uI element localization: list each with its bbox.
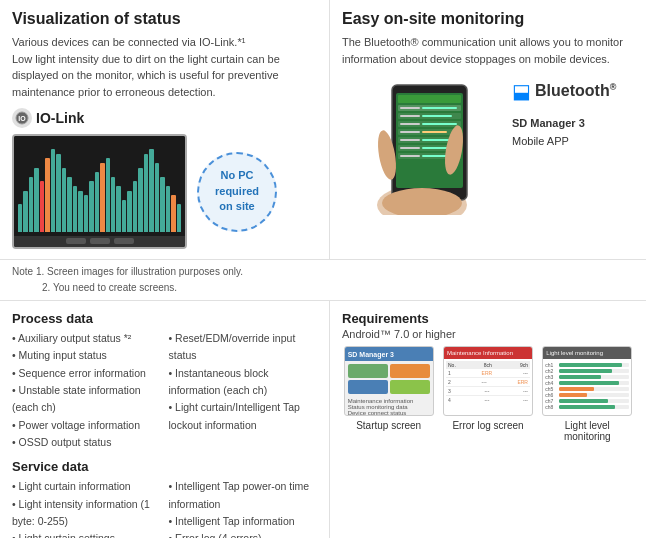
svg-text:IO: IO (18, 115, 26, 122)
light-body: ch1ch2ch3ch4ch5ch6ch7ch8 (543, 359, 631, 413)
error-row-1-8ch: ERR (482, 370, 493, 376)
error-header: Maintenance Information (444, 347, 532, 359)
light-bar-fill-1 (559, 369, 612, 373)
chart-bar-26 (160, 177, 164, 232)
chart-bar-18 (116, 186, 120, 232)
light-bar-bg-2 (559, 375, 629, 379)
light-bar-fill-5 (559, 393, 587, 397)
light-header: Light level monitoring (543, 347, 631, 359)
chart-bar-21 (133, 181, 137, 232)
startup-btn-1 (348, 364, 388, 378)
light-screen-label: Light level monitoring (541, 420, 634, 442)
proc-item-2: Muting input status (12, 347, 161, 364)
startup-screen-preview: SD Manager 3 Ma (342, 346, 435, 442)
svg-rect-8 (422, 107, 457, 109)
monitor-btn-3 (114, 238, 134, 244)
svc-item-6: Intelligent Tap information (169, 513, 318, 530)
chart-bar-14 (95, 172, 99, 232)
svc-item-3: Light curtain settings (12, 530, 161, 538)
error-col-1: No. (448, 362, 456, 368)
light-bar-bg-3 (559, 381, 629, 385)
svc-item-7: Error log (4 errors) (169, 530, 318, 538)
startup-btn-2 (390, 364, 430, 378)
left-desc: Various devices can be connected via IO-… (12, 34, 317, 100)
error-row-1-9ch: --- (523, 370, 528, 376)
chart-bar-17 (111, 177, 115, 232)
chart-bar-29 (177, 204, 181, 232)
light-bar-bg-5 (559, 393, 629, 397)
sd-manager-name: SD Manager 3 (512, 115, 616, 133)
chart-bar-12 (84, 195, 88, 232)
light-bar-fill-3 (559, 381, 619, 385)
chart-bar-20 (127, 191, 131, 232)
svg-rect-10 (400, 115, 420, 117)
svg-rect-22 (400, 147, 420, 149)
error-row-4-9ch: --- (523, 397, 528, 403)
monitor-bottom (14, 236, 185, 247)
bar-chart-area (14, 136, 185, 236)
error-log-screen-img: Maintenance Information No. 8ch 9ch 1 ER… (443, 346, 533, 416)
bluetooth-icon: ⬓ (512, 79, 531, 103)
svg-rect-7 (400, 107, 420, 109)
svg-rect-14 (422, 123, 457, 125)
chart-bar-10 (73, 186, 77, 232)
error-row-1: 1 ERR --- (446, 369, 530, 378)
startup-row-1 (348, 364, 430, 378)
error-screen-label: Error log screen (452, 420, 523, 431)
iolink-icon: IO (12, 108, 32, 128)
hand-tablet-image (342, 75, 502, 215)
svc-item-5: Intelligent Tap power-on time informatio… (169, 478, 318, 513)
svg-rect-13 (400, 123, 420, 125)
right-panel: Easy on-site monitoring The Bluetooth® c… (330, 0, 646, 259)
error-col-header: No. 8ch 9ch (446, 361, 530, 369)
chart-bar-7 (56, 154, 60, 232)
light-bar-row-7: ch8 (545, 404, 629, 410)
chart-bar-23 (144, 154, 148, 232)
note-line1: Note 1. Screen images for illustration p… (12, 264, 634, 280)
error-row-2: 2 --- ERR (446, 378, 530, 387)
error-log-screen-preview: Maintenance Information No. 8ch 9ch 1 ER… (441, 346, 534, 442)
proc-item-1: Auxiliary output status *² (12, 330, 161, 347)
svc-item-2: Light intensity information (1 byte: 0-2… (12, 496, 161, 531)
startup-info-text: Maintenance information Status monitorin… (348, 398, 430, 416)
error-row-4: 4 --- --- (446, 396, 530, 404)
light-level-screen-img: Light level monitoring ch1ch2ch3ch4ch5ch… (542, 346, 632, 416)
light-bar-bg-6 (559, 399, 629, 403)
light-header-text: Light level monitoring (546, 350, 603, 356)
note-section: Note 1. Screen images for illustration p… (0, 259, 646, 300)
error-row-2-8ch: --- (482, 379, 487, 385)
bluetooth-text: Bluetooth (535, 82, 610, 99)
chart-bar-22 (138, 168, 142, 232)
svc-item-1: Light curtain information (12, 478, 161, 495)
error-row-4-8ch: --- (484, 397, 489, 403)
req-title: Requirements (342, 311, 634, 326)
chart-bar-2 (29, 177, 33, 232)
light-bar-fill-6 (559, 399, 608, 403)
startup-header-text: SD Manager 3 (348, 351, 394, 358)
chart-bar-8 (62, 168, 66, 232)
error-row-3: 3 --- --- (446, 387, 530, 396)
process-panel: Process data Auxiliary output status *² … (0, 301, 330, 538)
bluetooth-label: Bluetooth® (535, 82, 616, 100)
svg-rect-5 (398, 95, 461, 103)
light-level-screen-preview: Light level monitoring ch1ch2ch3ch4ch5ch… (541, 346, 634, 442)
process-col2: Reset/EDM/override input status Instanta… (169, 330, 318, 451)
svg-rect-11 (422, 115, 452, 117)
light-bar-bg-4 (559, 387, 629, 391)
right-title: Easy on-site monitoring (342, 10, 634, 28)
chart-bar-24 (149, 149, 153, 232)
process-col1: Auxiliary output status *² Muting input … (12, 330, 161, 451)
iolink-logo: IO IO-Link (12, 108, 317, 128)
proc-item-6: OSSD output status (12, 434, 161, 451)
chart-bar-19 (122, 200, 126, 232)
error-col-2: 8ch (484, 362, 492, 368)
proc-item-8: Instantaneous block information (each ch… (169, 365, 318, 400)
left-panel: Visualization of status Various devices … (0, 0, 330, 259)
error-row-3-9ch: --- (523, 388, 528, 394)
no-pc-text: No PCrequiredon site (215, 168, 259, 214)
light-bar-label-7: ch8 (545, 404, 557, 410)
error-row-3-8ch: --- (484, 388, 489, 394)
startup-btn-3 (348, 380, 388, 394)
error-row-1-no: 1 (448, 370, 451, 376)
proc-item-4: Unstable state information (each ch) (12, 382, 161, 417)
